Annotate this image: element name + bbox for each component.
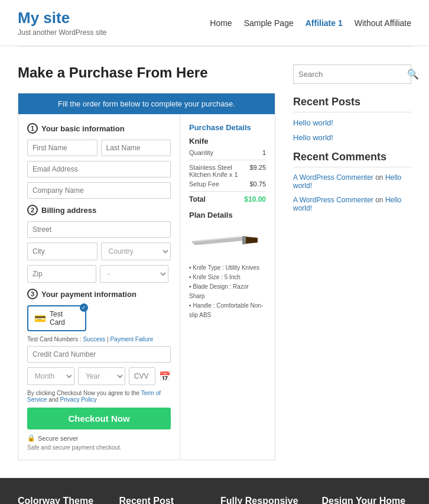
recent-post-1[interactable]: Hello world! — [293, 118, 411, 127]
comment-1: A WordPress Commenter on Hello world! — [293, 173, 411, 190]
footer-col-design: Design Your Home Express your creativity… — [322, 496, 412, 504]
footer-grid: Colorway Theme Footer is widgetized. To … — [18, 496, 411, 504]
zip-input[interactable] — [27, 265, 96, 283]
plan-details-title: Plan Details — [189, 211, 266, 219]
quantity-row: Quantity 1 — [189, 149, 266, 156]
checkmark-icon: ✓ — [80, 303, 88, 312]
search-input[interactable] — [294, 66, 402, 82]
test-card-failure-link[interactable]: Payment Failure — [110, 336, 153, 343]
plan-detail-type: • Knife Type : Utility Knives — [189, 263, 266, 273]
lock-icon: 🔒 — [27, 434, 35, 442]
nav-affiliate1[interactable]: Affiliate 1 — [306, 18, 343, 28]
main-nav: Home Sample Page Affiliate 1 Without Aff… — [210, 18, 411, 28]
test-card-success-link[interactable]: Success — [83, 336, 105, 343]
site-header: My site Just another WordPress site Home… — [0, 0, 429, 47]
month-select[interactable]: Month — [27, 367, 74, 385]
svg-rect-0 — [242, 236, 246, 244]
main-container: Make a Purchase From Here Fill the order… — [0, 47, 429, 478]
product-name: Knife — [189, 137, 266, 146]
section1-title: 1 Your basic information — [27, 123, 171, 134]
purchase-details-panel: Purchase Details Knife Quantity 1 Stainl… — [180, 114, 275, 460]
city-country-row: Country — [27, 243, 171, 260]
content-area: Make a Purchase From Here Fill the order… — [18, 64, 275, 460]
footer-col-recent-post-title: Recent Post — [119, 496, 209, 504]
site-footer: Colorway Theme Footer is widgetized. To … — [0, 478, 429, 504]
cc-row — [27, 346, 171, 363]
plan-detail-blade: • Blade Design : Razor Sharp — [189, 282, 266, 301]
country-select[interactable]: Country — [101, 243, 171, 260]
plan-details-list: • Knife Type : Utility Knives • Knife Si… — [189, 263, 266, 320]
search-box: 🔍 — [293, 64, 411, 84]
credit-card-input[interactable] — [27, 346, 171, 363]
year-select[interactable]: Year — [78, 367, 125, 385]
line-item-row: Stainless Steel Kitchen Knife x 1 $9.25 — [189, 164, 266, 178]
nav-sample-page[interactable]: Sample Page — [244, 18, 294, 28]
company-input[interactable] — [27, 182, 171, 199]
footer-col-responsive-title: Fully Responsive — [220, 496, 310, 504]
zip-row: - — [27, 265, 171, 283]
footer-col-colorway-title: Colorway Theme — [18, 496, 108, 504]
section2-title: 2 Billing address — [27, 205, 171, 215]
nav-without-affiliate[interactable]: Without Affiliate — [355, 18, 411, 28]
name-row — [27, 140, 171, 156]
calendar-icon: 📅 — [159, 367, 171, 385]
street-input[interactable] — [27, 221, 171, 238]
knife-svg — [189, 224, 260, 257]
footer-col-responsive: Fully Responsive Colorway is a unique re… — [220, 496, 310, 504]
test-card-note: Test Card Numbers : Success | Payment Fa… — [27, 336, 171, 343]
section3-num: 3 — [27, 289, 38, 299]
credit-card-icon: 💳 — [34, 313, 46, 324]
street-row — [27, 221, 171, 238]
site-title: My site — [18, 9, 107, 27]
form-left: 1 Your basic information — [18, 114, 180, 460]
form-layout: 1 Your basic information — [18, 114, 275, 460]
checkout-now-button[interactable]: Checkout Now — [27, 408, 171, 429]
footer-col-design-title: Design Your Home — [322, 496, 412, 504]
footer-col-recent-post: Recent Post Worth A Thousand Words Categ… — [119, 496, 209, 504]
zip-suffix-select[interactable]: - — [100, 265, 169, 283]
purchase-details-title: Purchase Details — [189, 123, 266, 132]
page-title: Make a Purchase From Here — [18, 64, 275, 81]
city-input[interactable] — [27, 243, 98, 260]
payment-card-button[interactable]: 💳 Test Card ✓ — [27, 305, 86, 331]
recent-posts-title: Recent Posts — [293, 96, 411, 112]
nav-home[interactable]: Home — [210, 18, 232, 28]
section3-title: 3 Your payment information — [27, 289, 171, 299]
comment-2: A WordPress Commenter on Hello world! — [293, 196, 411, 212]
privacy-policy-link[interactable]: Privacy Policy — [60, 396, 97, 403]
site-tagline: Just another WordPress site — [18, 28, 107, 37]
checkout-container: Fill the order form below to complete yo… — [18, 93, 275, 460]
comment-2-author[interactable]: A WordPress Commenter — [293, 196, 373, 204]
setup-fee-row: Setup Fee $0.75 — [189, 180, 266, 188]
terms-note: By clicking Checkout Now you agree to th… — [27, 390, 171, 403]
company-row — [27, 182, 171, 199]
expiry-row: Month Year 📅 — [27, 367, 171, 385]
search-button[interactable]: 🔍 — [402, 65, 424, 83]
sidebar: 🔍 Recent Posts Hello world! Hello world!… — [293, 64, 411, 460]
last-name-input[interactable] — [101, 140, 171, 156]
cvv-input[interactable] — [129, 367, 155, 385]
secure-badge: 🔒 Secure server — [27, 434, 171, 442]
section1-num: 1 — [27, 123, 38, 134]
comment-1-author[interactable]: A WordPress Commenter — [293, 173, 373, 182]
plan-detail-size: • Knife Size : 5 Inch — [189, 273, 266, 282]
recent-post-2[interactable]: Hello world! — [293, 133, 411, 142]
plan-detail-handle: • Handle : Comfortable Non-slip ABS — [189, 301, 266, 320]
footer-col-colorway: Colorway Theme Footer is widgetized. To … — [18, 496, 108, 504]
first-name-input[interactable] — [27, 140, 98, 156]
section2-num: 2 — [27, 205, 38, 215]
total-row: Total $10.00 — [189, 195, 266, 203]
recent-comments-title: Recent Comments — [293, 151, 411, 167]
checkout-header: Fill the order form below to complete yo… — [18, 93, 275, 114]
email-input[interactable] — [27, 161, 171, 177]
knife-image — [189, 224, 266, 259]
secure-description: Safe and secure payment checkout. — [27, 444, 171, 451]
email-row — [27, 161, 171, 177]
